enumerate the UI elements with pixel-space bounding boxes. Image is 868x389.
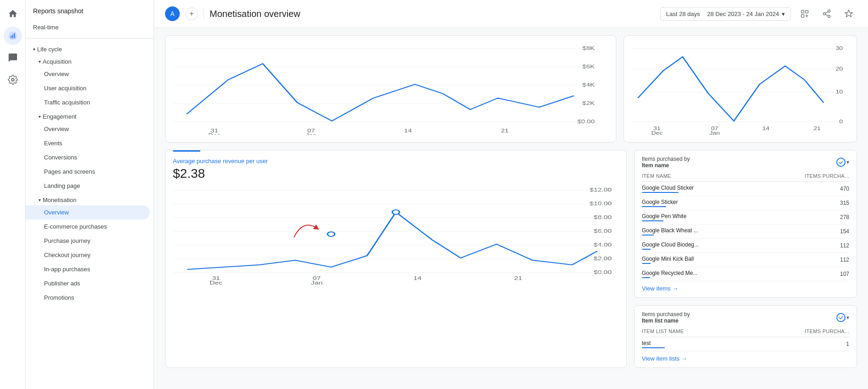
item-bar <box>642 249 651 250</box>
svg-text:$2K: $2K <box>582 101 595 106</box>
table-row: Google Recycled Me... 107 <box>642 267 849 281</box>
collapse-acq-icon: ▾ <box>39 59 41 64</box>
sidebar-item-overview-eng[interactable]: Overview <box>26 122 154 136</box>
arrow-right-icon-2: → <box>681 355 687 362</box>
header-right: Last 28 days 28 Dec 2023 - 24 Jan 2024 ▾ <box>660 5 857 22</box>
items-by-list-card: Items purchased by Item list name ▾ ITEM… <box>634 305 857 368</box>
date-range-picker[interactable]: Last 28 days 28 Dec 2023 - 24 Jan 2024 ▾ <box>660 7 791 21</box>
svg-text:Jan: Jan <box>709 131 719 135</box>
svg-rect-1 <box>11 36 11 38</box>
svg-text:21: 21 <box>514 276 522 281</box>
right-tables: Items purchased by Item name ▾ ITEM NAME <box>634 150 857 368</box>
chevron-down-icon: ▾ <box>846 159 849 165</box>
chart-metric-value: $2.38 <box>173 166 619 181</box>
item-lists-table-filter[interactable]: ▾ <box>836 313 849 322</box>
items-by-name-card: Items purchased by Item name ▾ ITEM NAME <box>634 150 857 298</box>
svg-rect-5 <box>802 11 804 13</box>
svg-point-10 <box>828 15 830 17</box>
svg-text:30: 30 <box>836 46 843 51</box>
table-row: Google Black Wheat ... 154 <box>642 225 849 239</box>
share-icon[interactable] <box>818 5 835 22</box>
realtime-link[interactable]: Real-time <box>26 20 154 34</box>
col-list-purchased: ITEMS PURCHA... <box>805 329 849 334</box>
lifecycle-section[interactable]: ▾ Life cycle <box>26 42 154 55</box>
collapse-eng-icon: ▾ <box>39 114 41 119</box>
sidebar-item-promotions[interactable]: Promotions <box>26 290 154 305</box>
items-table-filter[interactable]: ▾ <box>836 158 849 167</box>
sidebar-item-inapp[interactable]: In-app purchases <box>26 262 154 276</box>
svg-text:21: 21 <box>501 128 509 134</box>
compare-icon[interactable] <box>796 5 813 22</box>
chevron-down-icon-2: ▾ <box>846 314 849 321</box>
list-name-cell: test <box>642 340 665 348</box>
item-name-cell: Google Pen White <box>642 213 686 221</box>
page-title: Monetisation overview <box>210 9 655 19</box>
acquisition-section[interactable]: ▾ Acquisition <box>26 55 154 67</box>
svg-point-4 <box>11 78 14 81</box>
svg-text:$8K: $8K <box>582 46 595 51</box>
chat-icon[interactable] <box>4 49 22 67</box>
insights-icon[interactable] <box>840 5 857 22</box>
item-bar <box>642 192 679 193</box>
col-list-name: ITEM LIST NAME <box>642 329 684 334</box>
collapse-mon-icon: ▾ <box>39 197 41 203</box>
table-row: Google Sticker 315 <box>642 196 849 210</box>
item-bar <box>642 235 654 236</box>
svg-text:20: 20 <box>836 66 843 72</box>
sidebar-item-checkout-journey[interactable]: Checkout journey <box>26 248 154 262</box>
svg-text:0: 0 <box>839 119 843 125</box>
top-charts-row: $8K $6K $4K $2K $0.00 31 Dec 07 <box>165 35 857 142</box>
avatar[interactable]: A <box>165 6 180 21</box>
reports-icon[interactable] <box>4 27 22 45</box>
svg-text:Dec: Dec <box>210 280 222 285</box>
svg-text:$6K: $6K <box>582 64 595 70</box>
page-header: A + Monetisation overview Last 28 days 2… <box>154 0 868 28</box>
items-table-title: Items purchased by Item name <box>642 156 690 169</box>
sidebar-item-landing-page[interactable]: Landing page <box>26 179 154 193</box>
item-name-cell: Google Black Wheat ... <box>642 227 698 236</box>
sidebar-item-conversions[interactable]: Conversions <box>26 150 154 164</box>
item-bar <box>642 206 667 207</box>
col-items-purchased: ITEMS PURCHA... <box>805 173 849 179</box>
view-item-lists-link[interactable]: View item lists → <box>642 355 849 362</box>
svg-text:$0.00: $0.00 <box>577 119 595 125</box>
items-table-body: Google Cloud Sticker 470 Google Sticker … <box>642 182 849 281</box>
sidebar-item-events[interactable]: Events <box>26 136 154 150</box>
sidebar-item-overview-acq[interactable]: Overview <box>26 67 154 81</box>
item-bar <box>642 220 663 221</box>
sidebar-item-pages-screens[interactable]: Pages and screens <box>26 164 154 179</box>
sidebar-item-traffic-acquisition[interactable]: Traffic acquisition <box>26 95 154 110</box>
chart-metric-label: Average purchase revenue per user <box>173 158 619 164</box>
sidebar: Reports snapshot Real-time ▾ Life cycle … <box>26 0 154 389</box>
content-area: $8K $6K $4K $2K $0.00 31 Dec 07 <box>154 28 868 375</box>
home-icon[interactable] <box>4 5 22 23</box>
sidebar-item-ecommerce[interactable]: E-commerce purchases <box>26 219 154 234</box>
sidebar-item-publisher-ads[interactable]: Publisher ads <box>26 276 154 290</box>
engagement-section[interactable]: ▾ Engagement <box>26 110 154 122</box>
svg-rect-2 <box>12 34 13 38</box>
item-name-cell: Google Cloud Biodeg... <box>642 241 699 250</box>
sidebar-item-user-acquisition[interactable]: User acquisition <box>26 81 154 95</box>
sidebar-item-purchase-journey[interactable]: Purchase journey <box>26 234 154 248</box>
svg-point-8 <box>828 10 830 12</box>
check-circle-icon-2 <box>836 313 846 322</box>
monetisation-section[interactable]: ▾ Monetisation <box>26 193 154 205</box>
main-content: A + Monetisation overview Last 28 days 2… <box>154 0 868 389</box>
collapse-icon: ▾ <box>33 47 35 52</box>
chevron-down-icon: ▾ <box>782 11 785 17</box>
transactions-chart-card: 30 20 10 0 31 Dec 07 Jan 14 21 <box>624 35 857 142</box>
settings-icon[interactable] <box>4 71 22 89</box>
items-table-header-row: Items purchased by Item name ▾ <box>642 156 849 169</box>
add-button[interactable]: + <box>185 7 198 20</box>
date-separator <box>703 11 705 17</box>
item-name-cell: Google Sticker <box>642 199 678 207</box>
svg-point-55 <box>327 232 335 236</box>
revenue-chart-card: $8K $6K $4K $2K $0.00 31 Dec 07 <box>165 35 616 142</box>
svg-text:14: 14 <box>414 276 421 281</box>
sidebar-item-overview-mon[interactable]: Overview <box>26 205 150 219</box>
revenue-chart: $8K $6K $4K $2K $0.00 31 Dec 07 <box>173 43 608 135</box>
svg-text:$4K: $4K <box>582 82 595 88</box>
reports-snapshot-link[interactable]: Reports snapshot <box>26 4 154 20</box>
bottom-row: Average purchase revenue per user $2.38 … <box>165 150 857 368</box>
view-items-link[interactable]: View items → <box>642 285 849 292</box>
